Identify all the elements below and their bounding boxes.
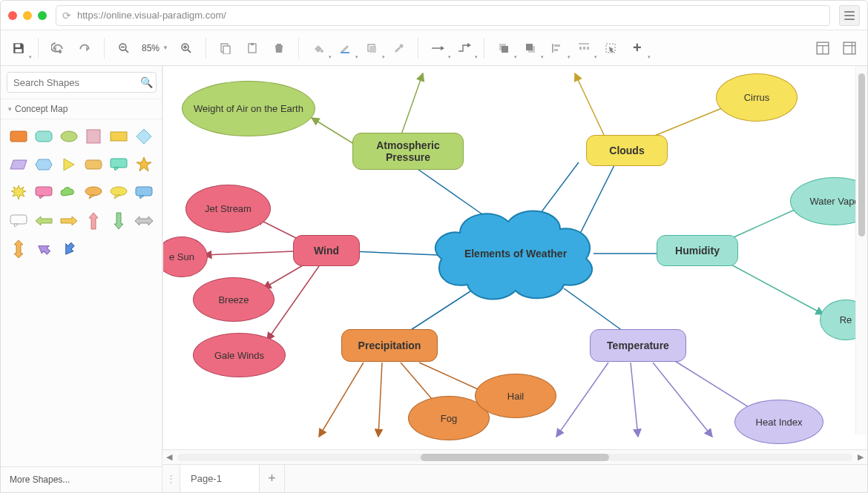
add-page-tab[interactable]: + (260, 465, 285, 492)
shape-rect[interactable] (8, 125, 29, 148)
svg-line-90 (319, 363, 364, 437)
shape-callout-green[interactable] (108, 153, 129, 176)
svg-marker-69 (135, 216, 153, 225)
arrow-leftright[interactable] (134, 210, 154, 232)
copy-icon[interactable] (214, 36, 237, 60)
selection-mode-icon[interactable] (599, 36, 622, 60)
shape-ellipse[interactable] (59, 125, 79, 148)
shape-badge[interactable] (84, 153, 105, 176)
connector-style-icon[interactable]: ▾ (426, 36, 450, 60)
fill-icon[interactable]: ▾ (306, 36, 330, 60)
svg-rect-33 (587, 47, 589, 50)
app-window: ⟳ https://online.visual-paradigm.com/ ▾ … (0, 0, 868, 493)
svg-line-81 (401, 73, 423, 136)
shape-star[interactable] (134, 153, 154, 176)
svg-rect-55 (36, 187, 52, 196)
undo-icon[interactable] (46, 36, 70, 60)
svg-rect-0 (16, 44, 21, 47)
more-shapes-link[interactable]: More Shapes... (1, 466, 162, 492)
node-wind[interactable]: Wind (293, 235, 360, 266)
palette-section-header[interactable]: Concept Map (1, 99, 162, 119)
node-atmospheric[interactable]: Atmospheric Pressure (352, 133, 464, 170)
node-temp[interactable]: Temperature (590, 329, 686, 362)
node-center[interactable]: Elements of Weather (430, 203, 601, 303)
shape-diamond[interactable] (134, 125, 154, 148)
page-tab-1[interactable]: Page-1 (180, 465, 260, 492)
minimize-window-icon[interactable] (23, 11, 32, 20)
paste-icon[interactable] (240, 36, 264, 60)
search-shapes-input[interactable] (7, 72, 157, 93)
shape-speech-yellow[interactable] (108, 182, 129, 204)
vertical-scrollbar[interactable] (855, 66, 867, 434)
style-brush-icon[interactable] (387, 36, 410, 60)
shape-speech-orange[interactable] (84, 182, 105, 204)
shadow-icon[interactable]: ▾ (360, 36, 384, 60)
arrow-right[interactable] (59, 210, 79, 232)
shape-rounded[interactable] (33, 125, 54, 148)
svg-marker-60 (114, 195, 120, 199)
close-window-icon[interactable] (8, 11, 17, 20)
outline-panel-icon[interactable] (838, 36, 861, 60)
canvas-area: Elements of Weather Atmospheric Pressure… (162, 66, 867, 492)
horizontal-scrollbar[interactable]: ◀▶ (162, 449, 867, 464)
stroke-icon[interactable]: ▾ (333, 36, 357, 60)
align-icon[interactable]: ▾ (545, 36, 569, 60)
svg-marker-68 (114, 213, 123, 229)
shape-callout-grey[interactable] (8, 210, 29, 232)
diagram-canvas[interactable]: Elements of Weather Atmospheric Pressure… (162, 66, 867, 449)
to-back-icon[interactable]: ▾ (519, 36, 542, 60)
arrow-diag2[interactable] (59, 238, 79, 260)
svg-rect-12 (223, 46, 230, 54)
hamburger-menu-icon[interactable] (839, 5, 860, 26)
zoom-out-icon[interactable] (112, 36, 136, 60)
main-toolbar: ▾ 85% ▼ ▾ ▾ ▾ ▾ ▾ ▾ ▾ ▾ (1, 30, 867, 66)
to-front-icon[interactable]: ▾ (492, 36, 516, 60)
add-icon[interactable]: +▾ (625, 36, 649, 60)
arrow-diag1[interactable] (33, 238, 54, 260)
node-clouds[interactable]: Clouds (586, 135, 668, 166)
node-breeze[interactable]: Breeze (193, 277, 274, 322)
svg-point-44 (61, 131, 77, 142)
svg-rect-31 (579, 47, 582, 50)
arrow-updown[interactable] (8, 238, 29, 260)
shape-parallelogram[interactable] (8, 153, 29, 176)
shape-cloud[interactable] (59, 182, 79, 204)
node-precip[interactable]: Precipitation (341, 329, 438, 362)
node-hail[interactable]: Hail (475, 374, 556, 418)
node-cirrus[interactable]: Cirrus (716, 73, 798, 122)
svg-point-57 (85, 187, 102, 196)
url-bar[interactable]: ⟳ https://online.visual-paradigm.com/ (56, 5, 830, 26)
node-jetstream[interactable]: Jet Stream (185, 185, 271, 233)
arrow-left[interactable] (33, 210, 54, 232)
format-panel-icon[interactable] (811, 36, 835, 60)
content: 🔍 ⋮ Concept Map (1, 66, 867, 492)
shape-wide-rect[interactable] (108, 125, 129, 148)
zoom-text: 85% (142, 43, 160, 53)
delete-icon[interactable] (267, 36, 291, 60)
svg-line-5 (125, 50, 128, 53)
distribute-icon[interactable]: ▾ (572, 36, 596, 60)
arrow-down[interactable] (108, 210, 129, 232)
zoom-in-icon[interactable] (174, 36, 198, 60)
shape-speech-blue[interactable] (134, 182, 154, 204)
svg-rect-61 (136, 187, 152, 196)
save-icon[interactable]: ▾ (7, 36, 30, 60)
node-humidity[interactable]: Humidity (657, 235, 738, 266)
url-text: https://online.visual-paradigm.com/ (77, 10, 226, 21)
shape-callout-pink[interactable] (33, 182, 54, 204)
shape-burst[interactable] (8, 182, 29, 204)
svg-marker-70 (14, 240, 23, 258)
shape-triangle[interactable] (59, 153, 79, 176)
tabs-grip-icon[interactable]: ⋮ (162, 465, 180, 492)
shape-square[interactable] (84, 125, 105, 148)
zoom-level[interactable]: 85% ▼ (139, 43, 171, 53)
shape-hexagon[interactable] (33, 153, 54, 176)
maximize-window-icon[interactable] (38, 11, 47, 20)
reload-icon[interactable]: ⟳ (62, 10, 71, 21)
node-weight-air[interactable]: Weight of Air on the Earth (182, 81, 315, 136)
arrow-up[interactable] (84, 210, 105, 232)
node-gale[interactable]: Gale Winds (193, 333, 286, 377)
node-heat-index[interactable]: Heat Index (734, 400, 823, 444)
redo-icon[interactable] (73, 36, 96, 60)
connector-routing-icon[interactable]: ▾ (453, 36, 476, 60)
